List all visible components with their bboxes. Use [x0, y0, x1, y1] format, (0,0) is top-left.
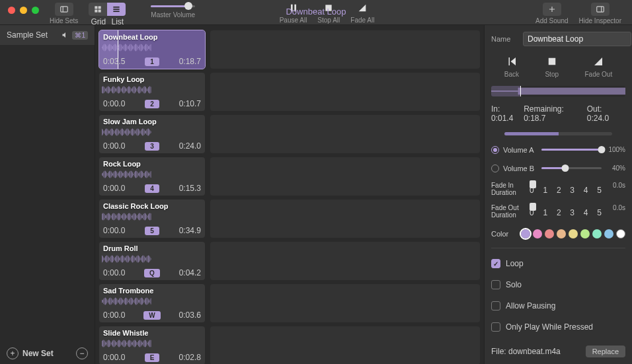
svg-rect-404 [127, 298, 128, 305]
svg-rect-171 [132, 129, 133, 136]
svg-rect-330 [115, 257, 116, 261]
svg-rect-407 [129, 299, 130, 303]
svg-rect-271 [116, 216, 116, 218]
empty-slot[interactable] [210, 157, 480, 196]
close-window[interactable] [8, 7, 15, 14]
svg-rect-60 [140, 44, 141, 51]
stop-button[interactable]: Stop [545, 55, 559, 78]
tab-notes[interactable]: Notes [559, 132, 613, 135]
replace-button[interactable]: Replace [586, 346, 625, 357]
svg-rect-359 [139, 256, 139, 262]
sound-card[interactable]: Drum Roll 0:00.0 Q 0:04.2 [99, 242, 205, 280]
svg-rect-0 [60, 7, 67, 12]
svg-rect-244 [143, 173, 144, 176]
svg-rect-301 [141, 214, 141, 219]
svg-rect-417 [138, 299, 138, 304]
svg-rect-227 [129, 172, 130, 176]
volume-a-slider[interactable] [541, 149, 602, 151]
color-swatch[interactable] [616, 229, 625, 238]
svg-rect-403 [126, 298, 126, 305]
svg-rect-114 [135, 87, 136, 93]
sound-card[interactable]: Sad Trombone 0:00.0 W 0:03.6 [99, 284, 205, 322]
solo-checkbox[interactable] [491, 280, 500, 289]
svg-rect-459 [122, 341, 123, 346]
duration: 0:15.3 [179, 184, 201, 193]
svg-rect-471 [132, 342, 133, 345]
sound-card[interactable]: Rock Loop 0:00.0 4 0:15.3 [99, 157, 205, 196]
color-swatch[interactable] [604, 229, 613, 238]
new-set-button[interactable]: + [7, 347, 19, 359]
fade-all-button[interactable] [357, 3, 368, 15]
color-swatch[interactable] [557, 229, 566, 238]
loop-checkbox[interactable] [491, 259, 500, 268]
master-volume-label: Master Volume [151, 11, 195, 18]
empty-slot[interactable] [210, 284, 480, 322]
color-swatch[interactable] [592, 229, 602, 238]
svg-rect-235 [136, 171, 136, 178]
svg-rect-251 [149, 174, 149, 176]
svg-rect-74 [102, 87, 102, 93]
key-badge: 3 [145, 142, 159, 151]
only-while-pressed-checkbox[interactable] [491, 322, 500, 332]
svg-rect-234 [135, 171, 136, 178]
svg-rect-102 [125, 87, 126, 92]
fade-out-button[interactable]: Fade Out [585, 55, 613, 78]
color-swatch[interactable] [569, 229, 578, 238]
sound-card[interactable]: Funky Loop 0:00.0 2 0:10.7 [99, 73, 205, 111]
svg-rect-198 [105, 171, 106, 178]
svg-rect-217 [121, 171, 122, 178]
tab-settings[interactable]: Settings [504, 132, 559, 135]
maximize-window[interactable] [32, 7, 39, 14]
color-swatch[interactable] [580, 229, 590, 238]
empty-slot[interactable] [210, 242, 480, 280]
waveform-preview[interactable] [491, 86, 625, 96]
empty-slot[interactable] [210, 326, 480, 364]
minimize-window[interactable] [20, 7, 27, 14]
empty-slot[interactable] [210, 200, 480, 238]
svg-rect-216 [120, 171, 121, 178]
volume-b-slider[interactable] [541, 167, 602, 169]
sound-card[interactable]: Slow Jam Loop 0:00.0 3 0:24.0 [99, 115, 205, 153]
volume-a-radio[interactable] [491, 146, 499, 154]
svg-rect-127 [145, 87, 146, 92]
color-swatch[interactable] [545, 229, 554, 238]
remove-set-button[interactable]: − [76, 347, 88, 359]
svg-rect-374 [102, 300, 102, 303]
svg-rect-284 [127, 215, 128, 217]
list-view-button[interactable] [107, 3, 126, 16]
color-swatch[interactable] [533, 229, 542, 238]
svg-rect-189 [147, 129, 148, 135]
svg-rect-30 [115, 44, 116, 52]
fade-out-slider[interactable]: 012345 [530, 204, 602, 217]
master-volume-slider[interactable] [151, 5, 195, 7]
svg-rect-111 [132, 87, 133, 92]
hide-sets-button[interactable] [55, 3, 73, 16]
svg-rect-76 [104, 87, 104, 93]
svg-rect-236 [137, 171, 138, 178]
empty-slot[interactable] [210, 30, 480, 69]
svg-rect-50 [132, 45, 132, 51]
svg-rect-294 [135, 213, 136, 220]
sound-card[interactable]: Downbeat Loop 0:03.5 1 0:18.7 [99, 30, 205, 69]
allow-pausing-checkbox[interactable] [491, 301, 500, 310]
hide-inspector-button[interactable] [591, 3, 610, 16]
name-field[interactable] [523, 32, 631, 46]
add-sound-button[interactable] [543, 3, 561, 16]
sidebar-item-sample-set[interactable]: Sample Set ⌘1 [0, 25, 95, 45]
volume-b-radio[interactable] [491, 164, 499, 172]
svg-rect-87 [112, 87, 113, 93]
svg-rect-124 [143, 87, 144, 93]
grid-view-button[interactable] [89, 3, 107, 16]
back-button[interactable]: Back [504, 55, 519, 78]
empty-slot[interactable] [210, 115, 480, 153]
sound-card[interactable]: Slide Whistle 0:00.0 E 0:02.8 [99, 326, 205, 364]
svg-rect-419 [139, 300, 139, 303]
fade-in-slider[interactable]: 012345 [530, 182, 602, 195]
empty-slot[interactable] [210, 73, 480, 111]
svg-rect-267 [112, 213, 113, 220]
color-swatch[interactable] [521, 229, 530, 238]
svg-rect-433 [151, 298, 151, 304]
svg-rect-42 [125, 44, 126, 52]
sound-card[interactable]: Classic Rock Loop 0:00.0 5 0:34.9 [99, 200, 205, 238]
svg-rect-383 [109, 298, 110, 305]
